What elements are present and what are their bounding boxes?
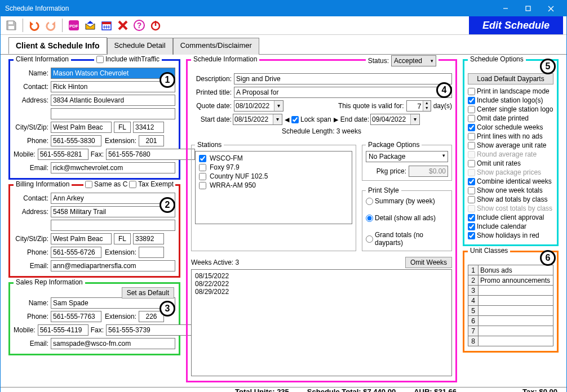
- next-arrow-icon[interactable]: ▶: [333, 116, 339, 123]
- salesrep-fax-input[interactable]: [106, 324, 195, 336]
- maximize-button[interactable]: [517, 1, 539, 16]
- option-check[interactable]: Omit date printed: [468, 114, 553, 123]
- option-check[interactable]: Show one week totals: [468, 186, 553, 195]
- printstyle-detail[interactable]: Detail (show all ads): [366, 213, 448, 222]
- client-mobile-input[interactable]: [38, 149, 88, 160]
- option-check[interactable]: Show holidays in red: [468, 231, 553, 240]
- status-aur: AUR: $31.66: [405, 387, 466, 392]
- option-check[interactable]: Color schedule weeks: [468, 123, 553, 132]
- billing-state-input[interactable]: [114, 233, 131, 244]
- calendar-icon[interactable]: [99, 18, 114, 33]
- client-ext-input[interactable]: [139, 135, 164, 146]
- option-check[interactable]: Show average unit rate: [468, 141, 553, 150]
- printstyle-grand[interactable]: Grand totals (no dayparts): [366, 230, 448, 247]
- tabs: Client & Schedule Info Schedule Detail C…: [1, 35, 566, 55]
- tax-exempt-check[interactable]: Tax Exempt: [127, 180, 175, 188]
- week-item[interactable]: 08/15/2022: [195, 272, 448, 280]
- billing-address2-input[interactable]: [51, 220, 175, 231]
- station-item[interactable]: Foxy 97.9: [199, 163, 348, 172]
- week-item[interactable]: 08/22/2022: [195, 280, 448, 288]
- package-select[interactable]: No Package▾: [366, 151, 448, 162]
- quote-date-input[interactable]: ▾: [234, 100, 284, 112]
- weeks-active-label: Weeks Active: 3: [191, 259, 403, 266]
- weeks-list[interactable]: 08/15/2022 08/22/2022 08/29/2022: [191, 269, 452, 376]
- client-name-input[interactable]: [51, 68, 175, 79]
- billing-phone-input[interactable]: [51, 247, 101, 258]
- billing-email-input[interactable]: [51, 260, 175, 271]
- include-traffic-check[interactable]: Include withTraffic: [94, 55, 162, 63]
- status-total-units: Total Units: 235: [226, 387, 298, 392]
- redo-icon[interactable]: [43, 18, 58, 33]
- printed-title-input[interactable]: [234, 87, 452, 98]
- undo-icon[interactable]: [27, 18, 42, 33]
- tab-comments[interactable]: Comments/Disclaimer: [173, 38, 259, 55]
- option-check[interactable]: Print in landscape mode: [468, 87, 553, 96]
- option-check[interactable]: Print lines with no ads: [468, 132, 553, 141]
- option-check[interactable]: Center single station logo: [468, 105, 553, 114]
- option-check[interactable]: Show ad totals by class: [468, 195, 553, 204]
- email-icon[interactable]: [83, 18, 98, 33]
- tab-client-schedule[interactable]: Client & Schedule Info: [8, 37, 107, 54]
- lock-span-check[interactable]: Lock span: [291, 115, 331, 123]
- option-check[interactable]: Include calendar: [468, 222, 553, 231]
- set-default-button[interactable]: Set as Default: [122, 287, 174, 299]
- unit-class-row[interactable]: 1Bonus ads: [468, 265, 553, 275]
- salesrep-phone-input[interactable]: [51, 311, 101, 322]
- billing-contact-input[interactable]: [51, 193, 175, 204]
- salesrep-info-group: Sales Rep Information Set as Default 3 N…: [8, 282, 180, 355]
- client-fax-input[interactable]: [106, 149, 195, 160]
- svg-rect-1: [526, 6, 530, 11]
- unit-class-row[interactable]: 8: [468, 336, 553, 346]
- client-phone-input[interactable]: [51, 135, 101, 146]
- printstyle-summary[interactable]: Summary (by week): [366, 197, 448, 206]
- option-check[interactable]: Combine identical weeks: [468, 177, 553, 186]
- unit-class-row[interactable]: 4: [468, 296, 553, 306]
- client-city-input[interactable]: [51, 122, 112, 133]
- billing-ext-input[interactable]: [139, 247, 164, 258]
- client-address-input[interactable]: [51, 95, 175, 106]
- option-check[interactable]: Omit unit rates: [468, 159, 553, 168]
- minimize-button[interactable]: [494, 1, 517, 16]
- load-default-dayparts-button[interactable]: Load Default Dayparts: [468, 73, 553, 84]
- help-icon[interactable]: ?: [132, 18, 147, 33]
- station-item[interactable]: WSCO-FM: [199, 154, 348, 163]
- unit-class-row[interactable]: 3: [468, 286, 553, 296]
- billing-city-input[interactable]: [51, 233, 112, 244]
- end-date-input[interactable]: ▾: [370, 114, 420, 125]
- salesrep-mobile-input[interactable]: [38, 324, 88, 336]
- station-item[interactable]: Country NUF 102.5: [199, 172, 348, 181]
- salesrep-name-input[interactable]: [51, 297, 175, 309]
- client-address2-input[interactable]: [51, 108, 175, 119]
- edit-schedule-button[interactable]: Edit Schedule: [469, 16, 563, 34]
- save-icon[interactable]: [4, 18, 19, 33]
- delete-icon[interactable]: [116, 18, 130, 33]
- unit-class-row[interactable]: 7: [468, 326, 553, 336]
- omit-weeks-button[interactable]: Omit Weeks: [405, 257, 452, 268]
- week-item[interactable]: 08/29/2022: [195, 288, 448, 296]
- start-date-input[interactable]: ▾: [233, 114, 282, 125]
- option-check[interactable]: Include client approval: [468, 213, 553, 222]
- station-item[interactable]: WRRA-AM 950: [199, 181, 348, 190]
- package-options-fieldset: Package Options No Package▾ Pkg price:: [362, 141, 452, 181]
- unit-class-row[interactable]: 5: [468, 306, 553, 316]
- client-state-input[interactable]: [114, 122, 131, 133]
- unit-class-row[interactable]: 6: [468, 316, 553, 326]
- valid-days-spinner[interactable]: ▲▼: [406, 100, 431, 112]
- option-check[interactable]: Include station logo(s): [468, 96, 553, 105]
- unit-class-row[interactable]: 2Promo announcements: [468, 275, 553, 286]
- pdf-icon[interactable]: PDF: [67, 18, 81, 33]
- billing-address-input[interactable]: [51, 206, 175, 217]
- client-contact-input[interactable]: [51, 81, 175, 92]
- description-input[interactable]: [234, 73, 452, 84]
- billing-zip-input[interactable]: [133, 233, 164, 244]
- salesrep-info-title: Sales Rep Information: [14, 278, 85, 286]
- tab-schedule-detail[interactable]: Schedule Detail: [107, 38, 173, 55]
- close-button[interactable]: [539, 1, 562, 16]
- client-zip-input[interactable]: [133, 122, 164, 133]
- power-icon[interactable]: [148, 18, 163, 33]
- status-select[interactable]: Accepted▾: [391, 55, 436, 66]
- salesrep-email-input[interactable]: [51, 338, 175, 349]
- client-info-title: Client Information: [14, 55, 71, 63]
- client-email-input[interactable]: [51, 162, 175, 173]
- prev-arrow-icon[interactable]: ◀: [284, 116, 290, 123]
